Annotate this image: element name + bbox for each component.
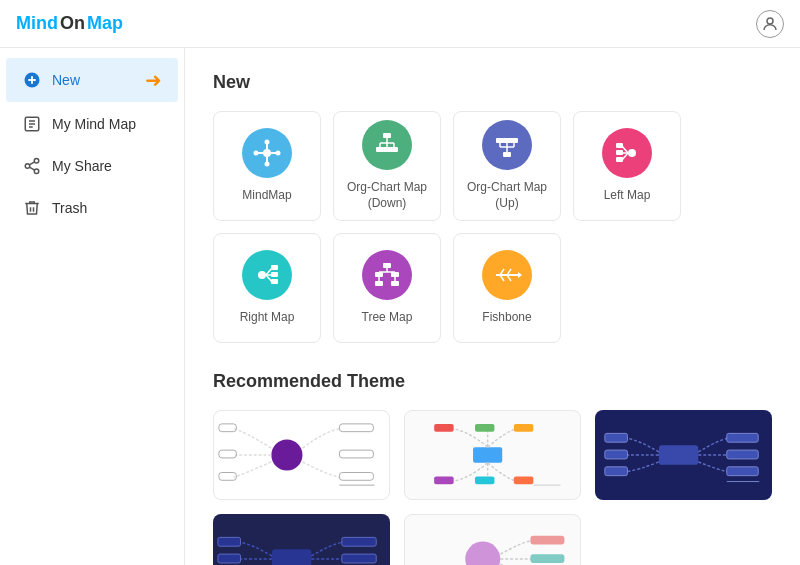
svg-rect-51	[271, 265, 278, 270]
svg-point-13	[263, 149, 271, 157]
map-grid: MindMap Org-C	[213, 111, 772, 343]
sidebar-item-trash[interactable]: Trash	[6, 188, 178, 228]
svg-point-69	[271, 439, 302, 470]
right-icon	[242, 250, 292, 300]
svg-rect-29	[383, 147, 391, 152]
right-label: Right Map	[240, 310, 295, 326]
sidebar-item-my-share[interactable]: My Share	[6, 146, 178, 186]
svg-point-47	[258, 271, 266, 279]
svg-rect-31	[496, 138, 504, 143]
svg-point-40	[628, 149, 636, 157]
svg-rect-81	[434, 476, 453, 484]
theme-card-5[interactable]	[404, 514, 581, 565]
svg-rect-77	[473, 447, 502, 463]
svg-rect-46	[616, 157, 623, 162]
svg-rect-80	[514, 424, 533, 432]
trash-icon	[22, 198, 42, 218]
svg-point-0	[767, 18, 773, 24]
svg-point-20	[254, 151, 259, 156]
svg-rect-22	[383, 133, 391, 138]
fishbone-label: Fishbone	[482, 310, 531, 326]
org-up-label: Org-Chart Map (Up)	[454, 180, 560, 211]
svg-rect-103	[530, 554, 564, 563]
arrow-indicator: ➜	[145, 68, 162, 92]
sidebar-item-new[interactable]: New ➜	[6, 58, 178, 102]
main-layout: New ➜ My Mind Map	[0, 48, 800, 565]
sidebar: New ➜ My Mind Map	[0, 48, 185, 565]
logo-on: On	[60, 13, 85, 34]
map-card-org-down[interactable]: Org-Chart Map(Down)	[333, 111, 441, 221]
svg-point-18	[265, 140, 270, 145]
svg-rect-87	[727, 450, 758, 459]
svg-rect-71	[219, 450, 237, 458]
svg-rect-98	[342, 554, 376, 563]
map-card-tree[interactable]: Tree Map	[333, 233, 441, 343]
svg-rect-72	[219, 473, 237, 481]
svg-rect-82	[475, 476, 494, 484]
map-card-mindmap[interactable]: MindMap	[213, 111, 321, 221]
svg-point-101	[465, 542, 500, 566]
content: New MindMap	[185, 48, 800, 565]
svg-rect-91	[605, 450, 628, 459]
svg-rect-39	[503, 152, 511, 157]
svg-rect-85	[659, 445, 698, 465]
left-icon	[602, 128, 652, 178]
logo: MindOnMap	[16, 13, 123, 34]
fishbone-icon	[482, 250, 532, 300]
svg-rect-97	[342, 537, 376, 546]
svg-rect-30	[390, 147, 398, 152]
svg-point-21	[276, 151, 281, 156]
svg-point-19	[265, 162, 270, 167]
file-icon	[22, 114, 42, 134]
sidebar-item-my-mind-map-label: My Mind Map	[52, 116, 136, 132]
svg-rect-94	[218, 537, 241, 546]
svg-rect-70	[219, 424, 237, 432]
theme-card-1[interactable]	[213, 410, 390, 500]
svg-rect-74	[339, 450, 373, 458]
theme-card-3[interactable]	[595, 410, 772, 500]
svg-point-9	[25, 164, 30, 169]
theme-card-4[interactable]	[213, 514, 390, 565]
org-up-icon	[482, 120, 532, 170]
map-card-left[interactable]: Left Map	[573, 111, 681, 221]
svg-rect-73	[339, 424, 373, 432]
sidebar-item-new-label: New	[52, 72, 80, 88]
svg-point-10	[34, 169, 39, 174]
org-down-label: Org-Chart Map(Down)	[347, 180, 427, 211]
svg-point-8	[34, 159, 39, 164]
mindmap-icon	[242, 128, 292, 178]
new-section-title: New	[213, 72, 772, 93]
svg-rect-28	[376, 147, 384, 152]
sidebar-item-trash-label: Trash	[52, 200, 87, 216]
svg-rect-93	[272, 549, 311, 565]
svg-rect-95	[218, 554, 241, 563]
svg-rect-52	[271, 272, 278, 277]
svg-line-11	[29, 167, 34, 170]
org-down-icon	[362, 120, 412, 170]
svg-rect-60	[375, 281, 383, 286]
svg-rect-75	[339, 473, 373, 481]
header: MindOnMap	[0, 0, 800, 48]
svg-rect-90	[605, 433, 628, 442]
svg-rect-32	[503, 138, 511, 143]
plus-icon	[22, 70, 42, 90]
sidebar-item-my-mind-map[interactable]: My Mind Map	[6, 104, 178, 144]
mindmap-label: MindMap	[242, 188, 291, 204]
tree-label: Tree Map	[362, 310, 413, 326]
svg-rect-83	[514, 476, 533, 484]
svg-rect-45	[616, 150, 623, 155]
share-icon	[22, 156, 42, 176]
svg-line-12	[29, 162, 34, 165]
svg-rect-86	[727, 433, 758, 442]
map-card-org-up[interactable]: Org-Chart Map (Up)	[453, 111, 561, 221]
svg-rect-102	[530, 536, 564, 545]
svg-rect-92	[605, 467, 628, 476]
map-card-right[interactable]: Right Map	[213, 233, 321, 343]
svg-rect-44	[616, 143, 623, 148]
theme-card-2[interactable]	[404, 410, 581, 500]
logo-map: Map	[87, 13, 123, 34]
map-card-fishbone[interactable]: Fishbone	[453, 233, 561, 343]
svg-rect-79	[475, 424, 494, 432]
user-avatar[interactable]	[756, 10, 784, 38]
svg-marker-68	[518, 272, 522, 278]
